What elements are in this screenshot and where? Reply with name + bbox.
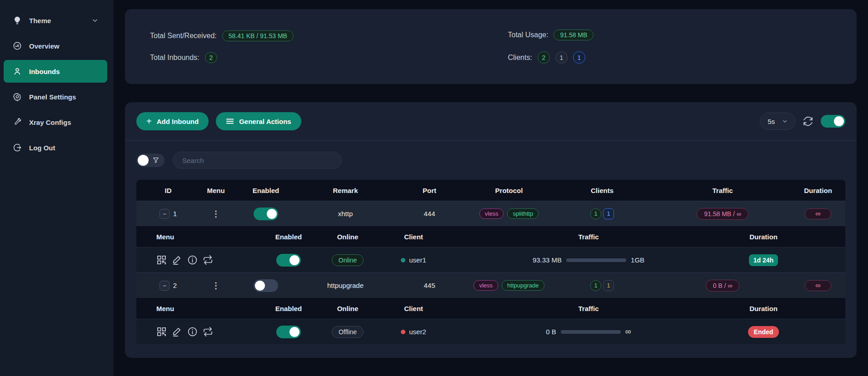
sidebar-item-label: Log Out	[29, 144, 55, 152]
transport-tag: httpupgrade	[502, 280, 544, 291]
clients-total-badge: 2	[538, 51, 550, 64]
sidebar-item-label: Inbounds	[29, 68, 60, 75]
qr-code-icon[interactable]	[156, 255, 167, 265]
inbound-duration-badge[interactable]: ∞	[805, 208, 831, 219]
collapse-row-button[interactable]: −	[160, 281, 170, 291]
collapse-row-button[interactable]: −	[160, 209, 170, 219]
total-usage-value: 91.58 MB	[554, 30, 594, 40]
column-header-duration: Duration	[718, 305, 809, 312]
column-header-duration: Duration	[791, 187, 845, 194]
client-name: user2	[409, 328, 426, 336]
refresh-button[interactable]	[803, 116, 813, 127]
column-header-id: ID	[136, 187, 200, 194]
inbound-port: 445	[391, 282, 468, 289]
column-header-remark: Remark	[300, 187, 391, 194]
inbound-id: 1	[173, 210, 177, 218]
client-online-badge: 1	[603, 208, 614, 219]
gauge-icon	[13, 41, 22, 50]
sidebar-item-log-out[interactable]: Log Out	[4, 136, 107, 159]
inbounds-table: ID Menu Enabled Remark Port Protocol Cli…	[136, 180, 845, 344]
auto-refresh-toggle[interactable]	[821, 115, 845, 128]
total-sent-received-value: 58.41 KB / 91.53 MB	[222, 30, 294, 41]
client-enabled-toggle[interactable]	[276, 254, 301, 267]
search-input[interactable]	[173, 152, 342, 169]
column-header-menu: Menu	[136, 305, 250, 312]
qr-code-icon[interactable]	[156, 327, 167, 337]
column-header-enabled: Enabled	[250, 233, 327, 241]
filter-icon	[152, 157, 160, 164]
bulb-icon	[13, 16, 22, 25]
client-row: Offline user2 0 B ∞ Ended	[136, 319, 845, 344]
total-inbounds-label: Total Inbounds:	[150, 54, 200, 62]
transport-tag: splithttp	[507, 208, 539, 219]
reset-traffic-icon[interactable]	[203, 255, 213, 265]
refresh-interval-select[interactable]: 5s	[760, 113, 795, 130]
sidebar-item-inbounds[interactable]: Inbounds	[4, 60, 107, 83]
row-menu-button[interactable]: ⋮	[212, 209, 220, 219]
main-content: Total Sent/Received: 58.41 KB / 91.53 MB…	[114, 0, 868, 376]
client-traffic-used: 93.33 MB	[533, 256, 562, 264]
column-header-menu: Menu	[136, 233, 250, 241]
client-deactive-badge: 1	[603, 280, 614, 291]
refresh-interval-value: 5s	[768, 118, 775, 125]
inbound-duration-badge[interactable]: ∞	[805, 280, 831, 291]
column-header-traffic: Traffic	[459, 233, 718, 241]
inbound-remark: xhttp	[300, 210, 391, 218]
plus-icon: +	[146, 117, 152, 126]
sidebar-item-theme[interactable]: Theme	[4, 9, 107, 32]
edit-icon[interactable]	[172, 255, 182, 265]
chevron-down-icon	[92, 17, 98, 24]
reset-traffic-icon[interactable]	[203, 327, 213, 337]
sidebar-item-panel-settings[interactable]: Panel Settings	[4, 85, 107, 108]
sidebar-item-label: Overview	[29, 42, 60, 50]
client-count-badge: 1	[590, 208, 601, 219]
column-header-menu: Menu	[200, 187, 232, 194]
add-inbound-label: Add Inbound	[157, 118, 199, 125]
client-traffic-used: 0 B	[546, 328, 556, 336]
filter-toggle[interactable]	[136, 153, 165, 167]
inbound-enabled-toggle[interactable]	[254, 208, 278, 220]
inbound-id: 2	[173, 282, 177, 289]
inbound-port: 444	[391, 210, 468, 218]
inbounds-card: + Add Inbound General Actions 5s	[125, 102, 857, 358]
client-traffic-total: 1GB	[631, 256, 644, 264]
info-icon[interactable]	[187, 255, 198, 265]
client-enabled-toggle[interactable]	[276, 326, 301, 338]
edit-icon[interactable]	[172, 327, 182, 337]
total-usage-label: Total Usage:	[508, 31, 549, 39]
info-icon[interactable]	[187, 327, 198, 337]
column-header-clients: Clients	[550, 187, 654, 194]
sidebar-item-xray-configs[interactable]: Xray Configs	[4, 111, 107, 134]
clients-deactive-badge: 1	[555, 51, 568, 64]
clients-label: Clients:	[508, 54, 532, 62]
column-header-online: Online	[327, 305, 368, 312]
column-header-duration: Duration	[718, 233, 809, 241]
table-header-row: ID Menu Enabled Remark Port Protocol Cli…	[136, 180, 845, 201]
client-traffic-progressbar	[561, 330, 621, 334]
sidebar-item-label: Theme	[29, 17, 51, 25]
client-count-badge: 1	[590, 280, 601, 291]
general-actions-button[interactable]: General Actions	[216, 112, 301, 130]
client-traffic-total: ∞	[625, 327, 631, 336]
protocol-tag: vless	[474, 280, 498, 291]
row-menu-button[interactable]: ⋮	[212, 281, 220, 291]
clients-online-badge: 1	[573, 51, 585, 64]
client-online-status: Online	[332, 254, 364, 266]
app-window: Theme Overview Inbounds Panel Settings X…	[0, 0, 868, 376]
client-status-dot	[401, 330, 405, 334]
column-header-client: Client	[368, 305, 459, 312]
column-header-client: Client	[368, 233, 459, 241]
total-sent-received-label: Total Sent/Received:	[150, 32, 217, 40]
client-duration-badge: 1d 24h	[749, 254, 778, 266]
inbound-enabled-toggle[interactable]	[254, 279, 278, 292]
client-name: user1	[409, 256, 426, 264]
search-row	[125, 141, 857, 180]
client-table-header-row: Menu Enabled Online Client Traffic Durat…	[136, 226, 845, 247]
client-table-header-row: Menu Enabled Online Client Traffic Durat…	[136, 298, 845, 319]
sidebar-item-overview[interactable]: Overview	[4, 35, 107, 57]
logout-icon	[13, 143, 22, 152]
column-header-traffic: Traffic	[654, 187, 791, 194]
add-inbound-button[interactable]: + Add Inbound	[136, 112, 209, 130]
protocol-tag: vless	[479, 208, 504, 219]
client-online-status: Offline	[332, 326, 364, 338]
